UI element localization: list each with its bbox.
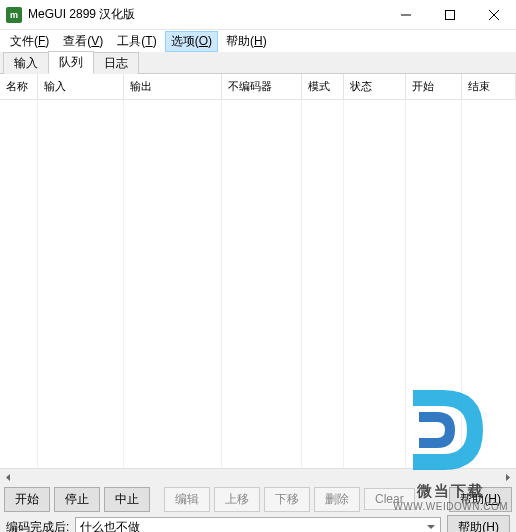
col-header-codec[interactable]: 不编码器 (222, 74, 302, 99)
scroll-right-icon[interactable] (499, 470, 516, 485)
menu-options[interactable]: 选项(O) (165, 31, 218, 52)
tabbar: 输入 队列 日志 (0, 52, 516, 74)
help-button[interactable]: 帮助(H) (449, 487, 512, 512)
tab-input[interactable]: 输入 (3, 52, 49, 74)
col-header-input[interactable]: 输入 (38, 74, 124, 99)
up-button[interactable]: 上移 (214, 487, 260, 512)
minimize-button[interactable] (384, 0, 428, 29)
col-header-mode[interactable]: 模式 (302, 74, 344, 99)
clear-button[interactable]: Clear (364, 488, 415, 510)
svg-rect-1 (446, 10, 455, 19)
col-header-end[interactable]: 结束 (462, 74, 516, 99)
maximize-button[interactable] (428, 0, 472, 29)
horizontal-scrollbar[interactable] (0, 468, 516, 485)
queue-table: 名称 输入 输出 不编码器 模式 状态 开始 结束 (0, 74, 516, 468)
footer-help-button[interactable]: 帮助(H) (447, 515, 510, 533)
abort-button[interactable]: 中止 (104, 487, 150, 512)
edit-button[interactable]: 编辑 (164, 487, 210, 512)
window-title: MeGUI 2899 汉化版 (28, 6, 384, 23)
menu-tools[interactable]: 工具(T) (111, 31, 162, 52)
delete-button[interactable]: 删除 (314, 487, 360, 512)
combo-value: 什么也不做 (80, 519, 140, 533)
footer-bar: 编码完成后: 什么也不做 帮助(H) (0, 513, 516, 532)
start-button[interactable]: 开始 (4, 487, 50, 512)
col-header-name[interactable]: 名称 (0, 74, 38, 99)
table-body (0, 100, 516, 468)
menu-help[interactable]: 帮助(H) (220, 31, 273, 52)
col-header-output[interactable]: 输出 (124, 74, 222, 99)
chevron-down-icon (423, 523, 438, 531)
app-icon: m (6, 7, 22, 23)
tab-log[interactable]: 日志 (93, 52, 139, 74)
scroll-track[interactable] (17, 470, 499, 485)
close-button[interactable] (472, 0, 516, 29)
scroll-left-icon[interactable] (0, 470, 17, 485)
after-encode-combo[interactable]: 什么也不做 (75, 517, 441, 533)
after-encode-label: 编码完成后: (6, 519, 69, 533)
menu-file[interactable]: 文件(F) (4, 31, 55, 52)
menu-view[interactable]: 查看(V) (57, 31, 109, 52)
col-header-start[interactable]: 开始 (406, 74, 462, 99)
button-bar: 开始 停止 中止 编辑 上移 下移 删除 Clear 帮助(H) (0, 485, 516, 513)
col-header-status[interactable]: 状态 (344, 74, 406, 99)
menubar: 文件(F) 查看(V) 工具(T) 选项(O) 帮助(H) (0, 30, 516, 52)
stop-button[interactable]: 停止 (54, 487, 100, 512)
tab-queue[interactable]: 队列 (48, 51, 94, 74)
down-button[interactable]: 下移 (264, 487, 310, 512)
